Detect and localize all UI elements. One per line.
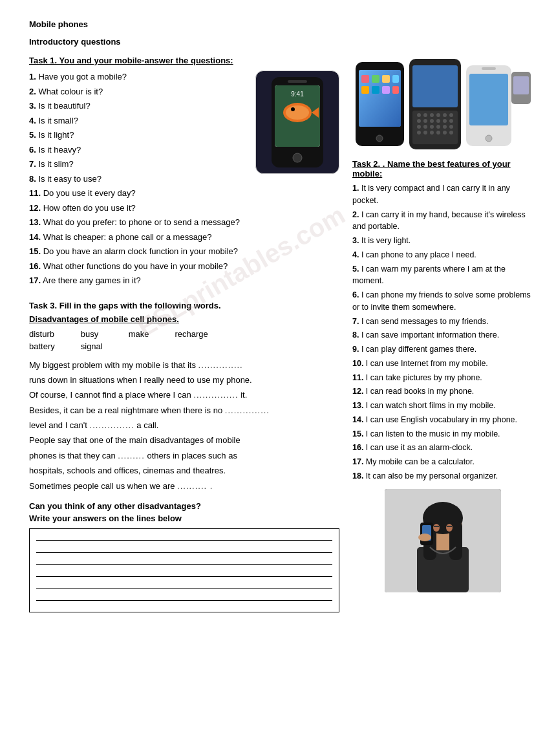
- gap-fill-text: My biggest problem with my mobile is tha…: [29, 358, 339, 494]
- task2-item: 14. I can use English vocabulary in my p…: [352, 414, 533, 426]
- svg-point-29: [443, 113, 447, 117]
- word-signal: signal: [81, 341, 103, 351]
- task1-heading: Task 1. You and your mobile-answer the q…: [29, 56, 339, 65]
- task1-question-item: 6. Is it heavy?: [29, 144, 249, 157]
- svg-rect-18: [372, 86, 379, 94]
- can-you-text: Can you think of any other disadvantages…: [29, 501, 339, 511]
- svg-rect-16: [392, 75, 399, 83]
- svg-rect-13: [361, 75, 369, 83]
- svg-rect-14: [372, 75, 379, 83]
- task2-item: 10. I can use Internet from my mobile.: [352, 358, 533, 370]
- task2-item: 18. It can also be my personal organizer…: [352, 470, 533, 482]
- svg-point-33: [430, 119, 434, 123]
- svg-point-63: [446, 524, 453, 532]
- task1-question-item: 13. What do you prefer: to phone or to s…: [29, 216, 249, 229]
- task2-item: 4. I can phone to any place I need.: [352, 249, 533, 261]
- task1-question-item: 7. Is it slim?: [29, 158, 249, 171]
- task2-item: 9. I can play different games there.: [352, 343, 533, 356]
- svg-point-38: [423, 125, 427, 129]
- svg-point-30: [449, 113, 453, 117]
- task2-item: 15. I can listen to the music in my mobi…: [352, 428, 533, 440]
- svg-point-39: [430, 125, 434, 129]
- svg-rect-19: [382, 86, 390, 94]
- word-recharge: recharge: [175, 329, 208, 339]
- svg-point-35: [443, 119, 447, 123]
- svg-point-27: [430, 113, 434, 117]
- task2-item: 12. I can read books in my phone.: [352, 385, 533, 398]
- task1-question-item: 15. Do you have an alarm clock function …: [29, 245, 249, 258]
- task2-item: 1. It is very compact and I can carry it…: [352, 182, 533, 207]
- svg-rect-17: [361, 86, 369, 94]
- svg-point-44: [423, 131, 427, 135]
- task3-title: Task 3. Fill in the gaps with the follow…: [29, 301, 339, 310]
- word-make: make: [129, 329, 149, 339]
- task2-item: 17. My mobile can be a calculator.: [352, 456, 533, 468]
- task2-item: 16. I can use it as an alarm-clock.: [352, 442, 533, 454]
- svg-point-21: [376, 135, 383, 142]
- svg-point-43: [417, 131, 421, 135]
- task1-question-item: 5. Is it light?: [29, 129, 249, 142]
- svg-point-4: [286, 105, 309, 120]
- svg-rect-54: [513, 76, 529, 94]
- task2-item: 7. I can send messages to my friends.: [352, 316, 533, 328]
- svg-point-37: [417, 125, 421, 129]
- task2-item: 2. I can carry it in my hand, because it…: [352, 209, 533, 233]
- task2-item: 8. I can save important information ther…: [352, 329, 533, 341]
- svg-rect-8: [288, 80, 307, 83]
- person-image: [385, 489, 501, 592]
- svg-point-42: [449, 125, 453, 129]
- svg-point-68: [418, 534, 431, 541]
- svg-point-26: [423, 113, 427, 117]
- word-bank: disturb busy make recharge battery signa…: [29, 329, 208, 351]
- answer-box: [29, 528, 339, 612]
- svg-point-34: [436, 119, 440, 123]
- task1-questions: 1. Have you got a mobile?2. What colour …: [29, 70, 249, 287]
- write-answers-text: Write your answers on the lines below: [29, 513, 339, 523]
- answer-line-4: [36, 576, 332, 577]
- svg-point-28: [436, 113, 440, 117]
- task1-question-item: 12. How often do you use it?: [29, 202, 249, 215]
- task1-question-item: 16. What other functions do you have in …: [29, 260, 249, 273]
- task2-item: 5. I can warn my parents where I am at t…: [352, 263, 533, 288]
- task2-items: 1. It is very compact and I can carry it…: [352, 182, 533, 482]
- svg-point-51: [486, 135, 492, 142]
- task1-question-item: 8. Is it easy to use?: [29, 173, 249, 186]
- disadvantages-title: Disadvantages of mobile cell phones.: [29, 314, 339, 324]
- svg-point-25: [417, 113, 421, 117]
- svg-point-32: [423, 119, 427, 123]
- svg-point-5: [291, 107, 295, 111]
- svg-point-7: [293, 153, 302, 162]
- svg-rect-52: [482, 67, 496, 70]
- svg-point-46: [436, 131, 440, 135]
- svg-point-40: [436, 125, 440, 129]
- task1-question-item: 17. Are there any games in it?: [29, 274, 249, 287]
- svg-point-31: [417, 119, 421, 123]
- svg-point-45: [430, 131, 434, 135]
- answer-line-5: [36, 588, 332, 589]
- task2-heading: Task 2. . Name the best features of your…: [352, 159, 533, 178]
- task2-item: 3. It is very light.: [352, 235, 533, 247]
- task1-question-item: 4. Is it small?: [29, 114, 249, 127]
- answer-line-6: [36, 600, 332, 601]
- task1-question-item: 2. What colour is it?: [29, 85, 249, 98]
- svg-point-41: [443, 125, 447, 129]
- svg-point-48: [449, 131, 453, 135]
- task1-question-item: 14. What is cheaper: a phone call or a m…: [29, 231, 249, 244]
- phone-image: 9:41: [255, 70, 339, 174]
- svg-rect-15: [382, 75, 390, 83]
- answer-line-2: [36, 552, 332, 553]
- task2-section: Task 2. . Name the best features of your…: [352, 159, 533, 482]
- svg-rect-20: [392, 86, 399, 94]
- svg-point-36: [449, 119, 453, 123]
- answer-line-1: [36, 540, 332, 541]
- svg-text:9:41: 9:41: [291, 91, 304, 98]
- word-disturb: disturb: [29, 329, 55, 339]
- svg-point-47: [443, 131, 447, 135]
- intro-heading: Introductory questions: [29, 37, 505, 47]
- task1-question-item: 1. Have you got a mobile?: [29, 70, 249, 83]
- answer-line-3: [36, 564, 332, 565]
- task2-item: 13. I can watch short films in my mobile…: [352, 400, 533, 412]
- task1-question-item: 3. Is it beautiful?: [29, 100, 249, 113]
- task1-question-item: 11. Do you use it every day?: [29, 187, 249, 200]
- phones-group-image: [352, 56, 533, 153]
